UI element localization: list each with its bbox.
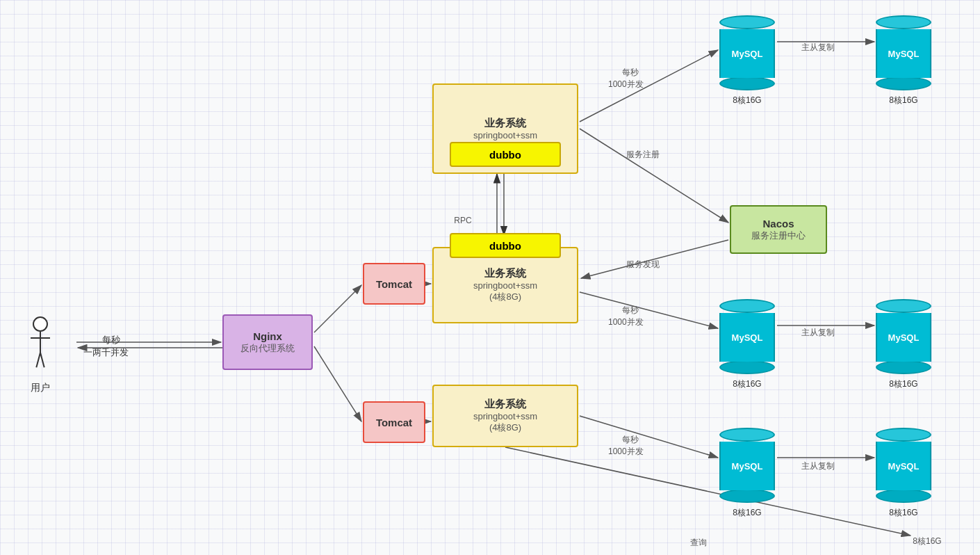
user-label: 用户 [31,382,50,394]
mysql-5-spec: 8核16G [733,507,761,519]
biz-bot-spec: (4核8G) [489,421,521,434]
label-masterslave-mid: 主从复制 [792,317,835,348]
label-service-register: 服务注册 [617,139,660,170]
biz-bot-title: 业务系统 [484,398,526,411]
nacos-subtitle: 服务注册中心 [751,230,806,242]
svg-line-12 [580,292,718,328]
mysql-2-spec: 8核16G [889,95,917,106]
mysql-4-spec: 8核16G [889,378,917,390]
dubbo-top-label: dubbo [489,149,521,161]
label-spec-bottom-right: 8核16G [904,526,942,555]
diagram-container: 用户 每秒 一两千并发 Nginx 反向代理系统 Tomcat Tomcat 业… [0,0,980,555]
nacos-box: Nacos 服务注册中心 [730,205,827,254]
svg-line-4 [314,285,361,332]
mysql-5: MySQL 8核16G [719,428,775,519]
biz-top-title: 业务系统 [484,117,526,130]
label-1000-mid: 每秒1000并发 [608,295,644,338]
biz-bot-subtitle: springboot+ssm [473,411,537,421]
biz-mid-title: 业务系统 [484,267,526,280]
mysql-6-spec: 8核16G [889,507,917,519]
label-masterslave-bot: 主从复制 [792,451,835,482]
svg-line-5 [314,346,361,421]
mysql-1: MySQL 8核16G [719,15,775,106]
biz-top-subtitle: springboot+ssm [473,130,537,140]
label-service-discover: 服务发现 [617,249,660,280]
nacos-title: Nacos [762,218,794,230]
biz-top-box: 业务系统 springboot+ssm dubbo [432,83,578,174]
biz-mid-box: 业务系统 springboot+ssm (4核8G) dubbo [432,247,578,323]
label-1000-top: 每秒1000并发 [608,57,644,100]
biz-bot-box: 业务系统 springboot+ssm (4核8G) [432,385,578,447]
mysql-4: MySQL 8核16G [876,299,931,390]
nginx-box: Nginx 反向代理系统 [222,314,313,370]
label-1000-bot: 每秒1000并发 [608,424,644,467]
svg-line-14 [580,416,718,458]
user-arrow-label: 每秒 一两千并发 [83,323,129,369]
nginx-title: Nginx [253,330,282,342]
nginx-subtitle: 反向代理系统 [240,342,295,355]
label-masterslave-top: 主从复制 [792,32,835,63]
user-figure: 用户 [26,316,54,394]
tomcat-box-2: Tomcat [363,401,425,443]
label-rpc: RPC [445,206,472,235]
tomcat-box-1: Tomcat [363,263,425,305]
svg-line-18 [505,447,910,536]
dubbo-mid-label: dubbo [489,240,521,252]
biz-mid-spec: (4核8G) [489,291,521,303]
biz-mid-subtitle: springboot+ssm [473,280,537,291]
svg-line-8 [580,50,718,122]
mysql-3: MySQL 8核16G [719,299,775,390]
mysql-3-spec: 8核16G [733,378,761,390]
mysql-1-spec: 8核16G [733,95,761,106]
mysql-6: MySQL 8核16G [876,428,931,519]
mysql-2: MySQL 8核16G [876,15,931,106]
label-query: 查询 [681,527,707,555]
